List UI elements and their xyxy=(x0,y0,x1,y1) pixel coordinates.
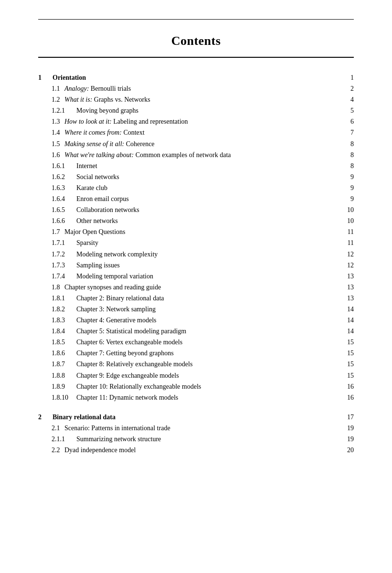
section-1-8-8-number: 1.8.8 xyxy=(38,370,76,381)
section-1-6-1-title: Internet xyxy=(76,160,97,171)
chapter-2-row: 2 Binary relational data 17 xyxy=(38,412,354,423)
section-1-8-8-page: 15 xyxy=(342,370,354,381)
section-1-7-3-page: 12 xyxy=(342,260,354,271)
section-2-1-1-row: 2.1.1 Summarizing network structure 19 xyxy=(38,434,354,445)
section-1-6-1-page: 8 xyxy=(342,160,354,171)
section-1-7-4-number: 1.7.4 xyxy=(38,271,76,282)
section-1-8-1-row: 1.8.1 Chapter 2: Binary relational data … xyxy=(38,293,354,304)
section-1-8-7-left: 1.8.7 Chapter 8: Relatively exchangeable… xyxy=(38,359,342,370)
section-1-6-1-number: 1.6.1 xyxy=(38,160,76,171)
section-2-1-left: 2.1 Scenario: Patterns in international … xyxy=(38,423,342,434)
section-1-6-2-row: 1.6.2 Social networks 9 xyxy=(38,171,354,182)
section-1-7-3-row: 1.7.3 Sampling issues 12 xyxy=(38,260,354,271)
section-1-7-3-title: Sampling issues xyxy=(76,260,120,271)
section-1-6-1-row: 1.6.1 Internet 8 xyxy=(38,160,354,171)
section-1-8-2-page: 14 xyxy=(342,304,354,315)
section-1-1-number: 1.1 xyxy=(38,83,64,94)
section-1-8-8-row: 1.8.8 Chapter 9: Edge exchangeable model… xyxy=(38,370,354,381)
section-1-4-left: 1.4 Where it comes from: Context xyxy=(38,127,342,138)
section-1-6-2-page: 9 xyxy=(342,171,354,182)
chapter-1-title: Orientation xyxy=(53,72,86,83)
section-1-3-number: 1.3 xyxy=(38,116,64,127)
section-2-1-title: Scenario: Patterns in international trad… xyxy=(64,423,170,434)
section-1-8-5-page: 15 xyxy=(342,337,354,348)
section-1-8-3-title: Chapter 4: Generative models xyxy=(76,315,157,326)
section-1-8-3-row: 1.8.3 Chapter 4: Generative models 14 xyxy=(38,315,354,326)
section-1-8-7-number: 1.8.7 xyxy=(38,359,76,370)
section-1-6-number: 1.6 xyxy=(38,149,64,160)
section-1-8-9-page: 16 xyxy=(342,381,354,392)
section-1-8-1-page: 13 xyxy=(342,293,354,304)
section-1-4-row: 1.4 Where it comes from: Context 7 xyxy=(38,127,354,138)
section-2-1-1-left: 2.1.1 Summarizing network structure xyxy=(38,434,342,445)
section-1-8-6-row: 1.8.6 Chapter 7: Getting beyond graphons… xyxy=(38,348,354,359)
section-1-8-9-left: 1.8.9 Chapter 10: Relationally exchangea… xyxy=(38,381,342,392)
section-1-8-4-title: Chapter 5: Statistical modeling paradigm xyxy=(76,326,186,337)
section-1-6-left: 1.6 What we're talking about: Common exa… xyxy=(38,149,342,160)
section-1-7-left: 1.7 Major Open Questions xyxy=(38,226,342,237)
section-1-6-3-title: Karate club xyxy=(76,182,107,193)
section-1-6-5-left: 1.6.5 Collaboration networks xyxy=(38,204,342,215)
section-1-6-2-number: 1.6.2 xyxy=(38,171,76,182)
section-1-2-row: 1.2 What it is: Graphs vs. Networks 4 xyxy=(38,94,354,105)
chapter-1-left: 1 Orientation xyxy=(38,72,342,83)
section-1-6-4-number: 1.6.4 xyxy=(38,193,76,204)
chapter-1-row: 1 Orientation 1 xyxy=(38,72,354,83)
page: Contents 1 Orientation 1 1.1 Analogy: Be… xyxy=(0,0,392,573)
section-1-7-1-page: 11 xyxy=(342,237,354,248)
section-1-3-title: How to look at it: Labeling and represen… xyxy=(64,116,188,127)
section-1-8-8-left: 1.8.8 Chapter 9: Edge exchangeable model… xyxy=(38,370,342,381)
section-1-6-6-row: 1.6.6 Other networks 10 xyxy=(38,215,354,226)
section-1-8-1-number: 1.8.1 xyxy=(38,293,76,304)
section-1-5-number: 1.5 xyxy=(38,138,64,149)
section-1-3-row: 1.3 How to look at it: Labeling and repr… xyxy=(38,116,354,127)
section-1-2-1-page: 5 xyxy=(342,105,354,116)
section-1-8-9-row: 1.8.9 Chapter 10: Relationally exchangea… xyxy=(38,381,354,392)
section-1-5-left: 1.5 Making sense of it all: Coherence xyxy=(38,138,342,149)
section-1-8-title: Chapter synopses and reading guide xyxy=(64,282,161,293)
section-1-6-4-left: 1.6.4 Enron email corpus xyxy=(38,193,342,204)
section-1-7-4-left: 1.7.4 Modeling temporal variation xyxy=(38,271,342,282)
section-1-7-4-page: 13 xyxy=(342,271,354,282)
section-1-1-row: 1.1 Analogy: Bernoulli trials 2 xyxy=(38,83,354,94)
section-1-8-page: 13 xyxy=(342,282,354,293)
section-1-2-1-number: 1.2.1 xyxy=(38,105,76,116)
section-1-8-4-row: 1.8.4 Chapter 5: Statistical modeling pa… xyxy=(38,326,354,337)
section-1-6-row: 1.6 What we're talking about: Common exa… xyxy=(38,149,354,160)
section-1-8-6-left: 1.8.6 Chapter 7: Getting beyond graphons xyxy=(38,348,342,359)
section-1-1-page: 2 xyxy=(342,83,354,94)
section-1-8-number: 1.8 xyxy=(38,282,64,293)
section-1-8-6-title: Chapter 7: Getting beyond graphons xyxy=(76,348,174,359)
section-1-8-3-page: 14 xyxy=(342,315,354,326)
chapter-2-title: Binary relational data xyxy=(53,412,116,423)
section-1-6-2-left: 1.6.2 Social networks xyxy=(38,171,342,182)
section-2-2-row: 2.2 Dyad independence model 20 xyxy=(38,445,354,456)
section-1-2-page: 4 xyxy=(342,94,354,105)
chapter-1-page: 1 xyxy=(342,72,354,83)
chapter-1-number: 1 xyxy=(38,72,53,83)
section-1-8-7-title: Chapter 8: Relatively exchangeable model… xyxy=(76,359,192,370)
section-1-7-2-page: 12 xyxy=(342,249,354,260)
section-1-6-6-left: 1.6.6 Other networks xyxy=(38,215,342,226)
section-1-7-2-title: Modeling network complexity xyxy=(76,249,158,260)
section-1-8-2-left: 1.8.2 Chapter 3: Network sampling xyxy=(38,304,342,315)
section-1-8-9-title: Chapter 10: Relationally exchangeable mo… xyxy=(76,381,201,392)
section-1-8-6-number: 1.8.6 xyxy=(38,348,76,359)
section-1-7-4-row: 1.7.4 Modeling temporal variation 13 xyxy=(38,271,354,282)
section-2-1-1-number: 2.1.1 xyxy=(38,434,76,445)
section-1-2-1-row: 1.2.1 Moving beyond graphs 5 xyxy=(38,105,354,116)
section-1-8-1-title: Chapter 2: Binary relational data xyxy=(76,293,164,304)
section-1-5-page: 8 xyxy=(342,138,354,149)
section-2-2-left: 2.2 Dyad independence model xyxy=(38,445,342,456)
section-1-6-3-left: 1.6.3 Karate club xyxy=(38,182,342,193)
section-1-3-left: 1.3 How to look at it: Labeling and repr… xyxy=(38,116,342,127)
section-1-7-title: Major Open Questions xyxy=(64,226,126,237)
section-1-6-3-number: 1.6.3 xyxy=(38,182,76,193)
section-1-8-1-left: 1.8.1 Chapter 2: Binary relational data xyxy=(38,293,342,304)
section-1-7-page: 11 xyxy=(342,226,354,237)
section-1-5-row: 1.5 Making sense of it all: Coherence 8 xyxy=(38,138,354,149)
section-1-8-2-row: 1.8.2 Chapter 3: Network sampling 14 xyxy=(38,304,354,315)
section-1-6-2-title: Social networks xyxy=(76,171,119,182)
section-1-7-row: 1.7 Major Open Questions 11 xyxy=(38,226,354,237)
section-1-8-3-left: 1.8.3 Chapter 4: Generative models xyxy=(38,315,342,326)
